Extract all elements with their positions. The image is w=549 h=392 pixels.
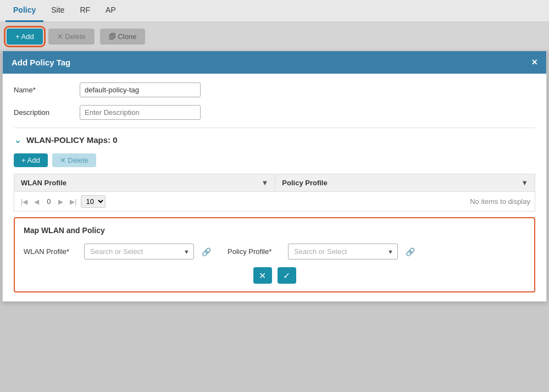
map-confirm-button[interactable]: ✓ xyxy=(278,267,296,284)
pagination-left: |◀ ◀ 0 ▶ ▶| 10 25 50 xyxy=(19,195,106,208)
wlan-policy-table: WLAN Profile ▼ Policy Profile ▼ xyxy=(14,174,535,192)
dialog-header: Add Policy Tag × xyxy=(3,51,546,74)
map-section-title: Map WLAN and Policy xyxy=(24,226,525,235)
col-wlan-label: WLAN Profile xyxy=(21,179,66,187)
col-policy-profile[interactable]: Policy Profile ▼ xyxy=(275,174,535,192)
main-toolbar: + Add ✕ Delete 🗐 Clone xyxy=(0,22,549,51)
name-row: Name* xyxy=(14,82,535,97)
page-number: 0 xyxy=(43,197,54,206)
col-wlan-profile[interactable]: WLAN Profile ▼ xyxy=(14,174,275,192)
add-button[interactable]: + Add xyxy=(7,29,43,45)
map-action-buttons: ✕ ✓ xyxy=(24,267,525,284)
nav-item-rf[interactable]: RF xyxy=(72,0,98,22)
map-section: Map WLAN and Policy WLAN Profile* Search… xyxy=(14,217,535,292)
name-input[interactable] xyxy=(80,82,201,97)
inner-delete-button: ✕ Delete xyxy=(52,153,96,167)
policy-link-icon[interactable]: 🔗 xyxy=(406,247,415,256)
wlan-select-wrapper: Search or Select ▼ xyxy=(84,244,194,260)
next-page-nav[interactable]: ▶ xyxy=(56,197,65,207)
no-items-text: No items to display xyxy=(470,197,530,206)
dialog-body: Name* Description ⌄ WLAN-POLICY Maps: 0 … xyxy=(3,74,546,301)
first-page-nav[interactable]: |◀ xyxy=(19,197,30,207)
nav-item-ap[interactable]: AP xyxy=(98,0,124,22)
policy-profile-select[interactable]: Search or Select xyxy=(288,244,398,260)
wlan-profile-select[interactable]: Search or Select xyxy=(84,244,194,260)
policy-profile-label: Policy Profile* xyxy=(228,247,282,256)
prev-page-nav[interactable]: ◀ xyxy=(32,197,41,207)
page-size-select[interactable]: 10 25 50 xyxy=(81,195,106,208)
last-page-nav[interactable]: ▶| xyxy=(68,197,79,207)
wlan-link-icon[interactable]: 🔗 xyxy=(202,247,211,256)
dialog-title: Add Policy Tag xyxy=(12,58,70,67)
policy-select-wrapper: Search or Select ▼ xyxy=(288,244,398,260)
map-fields-row: WLAN Profile* Search or Select ▼ 🔗 Polic… xyxy=(24,244,525,260)
map-cancel-button[interactable]: ✕ xyxy=(253,267,272,284)
nav-item-policy[interactable]: Policy xyxy=(5,0,43,22)
inner-toolbar: + Add ✕ Delete xyxy=(14,153,535,167)
nav-item-site[interactable]: Site xyxy=(43,0,72,22)
clone-button[interactable]: 🗐 Clone xyxy=(100,29,146,45)
section-title: WLAN-POLICY Maps: 0 xyxy=(26,135,118,145)
wlan-profile-label: WLAN Profile* xyxy=(24,247,79,256)
name-label: Name* xyxy=(14,86,80,94)
wlan-policy-section-header: ⌄ WLAN-POLICY Maps: 0 xyxy=(14,134,535,146)
delete-button: ✕ Delete xyxy=(48,29,95,45)
col-policy-label: Policy Profile xyxy=(282,179,327,187)
description-input[interactable] xyxy=(80,105,201,120)
add-policy-tag-dialog: Add Policy Tag × Name* Description ⌄ WLA… xyxy=(2,51,547,302)
description-row: Description xyxy=(14,105,535,120)
top-nav: Policy Site RF AP xyxy=(0,0,549,22)
pagination: |◀ ◀ 0 ▶ ▶| 10 25 50 No items to display xyxy=(14,192,535,212)
description-label: Description xyxy=(14,108,80,117)
dialog-close-button[interactable]: × xyxy=(531,57,537,68)
section-chevron-icon[interactable]: ⌄ xyxy=(14,134,22,146)
inner-add-button[interactable]: + Add xyxy=(14,153,48,167)
policy-filter-icon[interactable]: ▼ xyxy=(521,179,528,187)
divider xyxy=(14,128,535,128)
table-header-row: WLAN Profile ▼ Policy Profile ▼ xyxy=(14,174,535,192)
wlan-filter-icon[interactable]: ▼ xyxy=(261,179,268,187)
